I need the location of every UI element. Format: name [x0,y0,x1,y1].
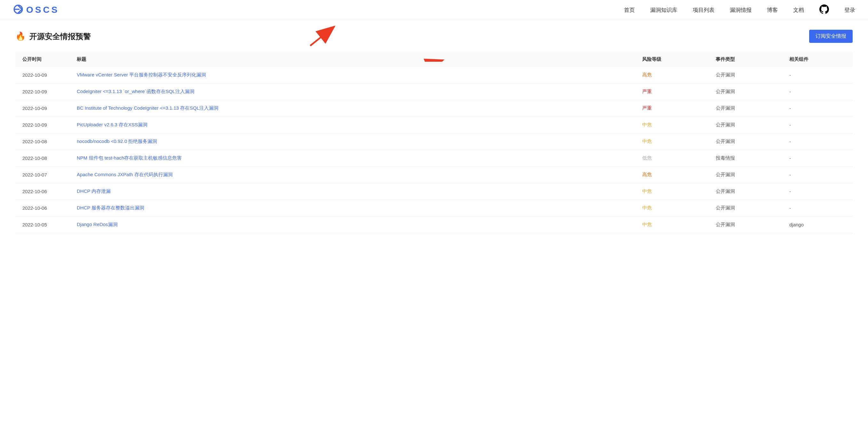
risk-badge: 严重 [642,89,652,94]
col-title: 标题 [70,52,635,67]
cell-title: CodeIgniter <=3.1.13 `or_where`函数存在SQL注入… [70,84,635,100]
fire-icon: 🔥 [16,31,26,41]
cell-risk: 严重 [635,84,709,100]
col-type: 事件类型 [709,52,782,67]
vuln-title-link[interactable]: DHCP 内存泄漏 [77,188,111,194]
vuln-title-link[interactable]: VMware vCenter Server 平台服务控制器不安全反序列化漏洞 [77,72,206,77]
vuln-title-link[interactable]: nocodb/nocodb <0.92.0 拒绝服务漏洞 [77,138,157,144]
cell-date: 2022-10-09 [16,100,70,117]
cell-type: 公开漏洞 [709,200,782,217]
cell-title: DHCP 服务器存在整数溢出漏洞 [70,200,635,217]
table-row: 2022-10-09 PicUploader v2.6.3 存在XSS漏洞 中危… [16,117,852,133]
table-row: 2022-10-09 BC Institute of Technology Co… [16,100,852,117]
risk-badge: 中危 [642,222,652,227]
col-date: 公开时间 [16,52,70,67]
cell-risk: 中危 [635,183,709,200]
cell-type: 公开漏洞 [709,183,782,200]
nav-docs[interactable]: 文档 [793,6,804,14]
cell-type: 公开漏洞 [709,133,782,150]
risk-badge: 严重 [642,105,652,111]
vuln-title-link[interactable]: CodeIgniter <=3.1.13 `or_where`函数存在SQL注入… [77,89,194,94]
risk-badge: 高危 [642,172,652,177]
cell-type: 公开漏洞 [709,167,782,183]
cell-title: nocodb/nocodb <0.92.0 拒绝服务漏洞 [70,133,635,150]
cell-component: - [782,150,852,167]
cell-date: 2022-10-07 [16,167,70,183]
cell-title: PicUploader v2.6.3 存在XSS漏洞 [70,117,635,133]
cell-component: - [782,117,852,133]
table-row: 2022-10-06 DHCP 服务器存在整数溢出漏洞 中危 公开漏洞 - [16,200,852,217]
vuln-title-link[interactable]: DHCP 服务器存在整数溢出漏洞 [77,205,144,210]
cell-risk: 低危 [635,150,709,167]
table-row: 2022-10-09 VMware vCenter Server 平台服务控制器… [16,67,852,84]
cell-type: 公开漏洞 [709,100,782,117]
cell-title: BC Institute of Technology CodeIgniter <… [70,100,635,117]
subscribe-button[interactable]: 订阅安全情报 [809,30,852,43]
cell-risk: 中危 [635,200,709,217]
logo-icon [13,4,24,16]
nav-home[interactable]: 首页 [624,6,635,14]
vuln-title-link[interactable]: Apache Commons JXPath 存在代码执行漏洞 [77,172,173,177]
col-component: 相关组件 [782,52,852,67]
nav-vuln-kb[interactable]: 漏洞知识库 [650,6,677,14]
cell-type: 公开漏洞 [709,84,782,100]
cell-title: Apache Commons JXPath 存在代码执行漏洞 [70,167,635,183]
logo-text: OSCS [26,5,59,15]
cell-component: django [782,217,852,233]
nav-projects[interactable]: 项目列表 [693,6,714,14]
cell-title: NPM 组件包 test-hach存在获取主机敏感信息危害 [70,150,635,167]
cell-risk: 高危 [635,67,709,84]
vuln-title-link[interactable]: BC Institute of Technology CodeIgniter <… [77,105,218,111]
nav-login[interactable]: 登录 [844,6,855,14]
cell-date: 2022-10-08 [16,133,70,150]
risk-badge: 中危 [642,205,652,210]
table-row: 2022-10-07 Apache Commons JXPath 存在代码执行漏… [16,167,852,183]
cell-type: 公开漏洞 [709,217,782,233]
github-icon[interactable] [819,4,829,16]
cell-component: - [782,67,852,84]
cell-date: 2022-10-09 [16,84,70,100]
cell-component: - [782,84,852,100]
vuln-title-link[interactable]: PicUploader v2.6.3 存在XSS漏洞 [77,122,148,127]
cell-date: 2022-10-09 [16,117,70,133]
risk-badge: 中危 [642,188,652,194]
risk-badge: 高危 [642,72,652,77]
table-row: 2022-10-05 Django ReDos漏洞 中危 公开漏洞 django [16,217,852,233]
risk-badge: 中危 [642,138,652,144]
cell-type: 公开漏洞 [709,67,782,84]
cell-component: - [782,200,852,217]
cell-risk: 高危 [635,167,709,183]
page-content: 🔥 开源安全情报预警 订阅安全情报 公开时间 标题 风险等级 事件类型 相关组件… [0,20,868,243]
cell-component: - [782,133,852,150]
cell-component: - [782,183,852,200]
cell-component: - [782,100,852,117]
cell-title: VMware vCenter Server 平台服务控制器不安全反序列化漏洞 [70,67,635,84]
page-title: 开源安全情报预警 [29,31,91,41]
header: OSCS 首页 漏洞知识库 项目列表 漏洞情报 博客 文档 登录 [0,0,868,20]
cell-date: 2022-10-08 [16,150,70,167]
table-row: 2022-10-06 DHCP 内存泄漏 中危 公开漏洞 - [16,183,852,200]
cell-date: 2022-10-06 [16,200,70,217]
risk-badge: 低危 [642,155,652,161]
cell-date: 2022-10-05 [16,217,70,233]
nav-vuln-intel[interactable]: 漏洞情报 [730,6,752,14]
vuln-title-link[interactable]: NPM 组件包 test-hach存在获取主机敏感信息危害 [77,155,182,161]
cell-risk: 中危 [635,217,709,233]
cell-type: 公开漏洞 [709,117,782,133]
nav-blog[interactable]: 博客 [767,6,778,14]
cell-title: Django ReDos漏洞 [70,217,635,233]
cell-date: 2022-10-06 [16,183,70,200]
table-row: 2022-10-08 nocodb/nocodb <0.92.0 拒绝服务漏洞 … [16,133,852,150]
vuln-intel-table: 公开时间 标题 风险等级 事件类型 相关组件 2022-10-09 VMware… [16,52,852,233]
vuln-title-link[interactable]: Django ReDos漏洞 [77,222,118,227]
table-row: 2022-10-08 NPM 组件包 test-hach存在获取主机敏感信息危害… [16,150,852,167]
logo[interactable]: OSCS [13,4,59,16]
cell-risk: 中危 [635,117,709,133]
cell-type: 投毒情报 [709,150,782,167]
cell-date: 2022-10-09 [16,67,70,84]
risk-badge: 中危 [642,122,652,127]
cell-risk: 严重 [635,100,709,117]
cell-title: DHCP 内存泄漏 [70,183,635,200]
table-row: 2022-10-09 CodeIgniter <=3.1.13 `or_wher… [16,84,852,100]
cell-risk: 中危 [635,133,709,150]
